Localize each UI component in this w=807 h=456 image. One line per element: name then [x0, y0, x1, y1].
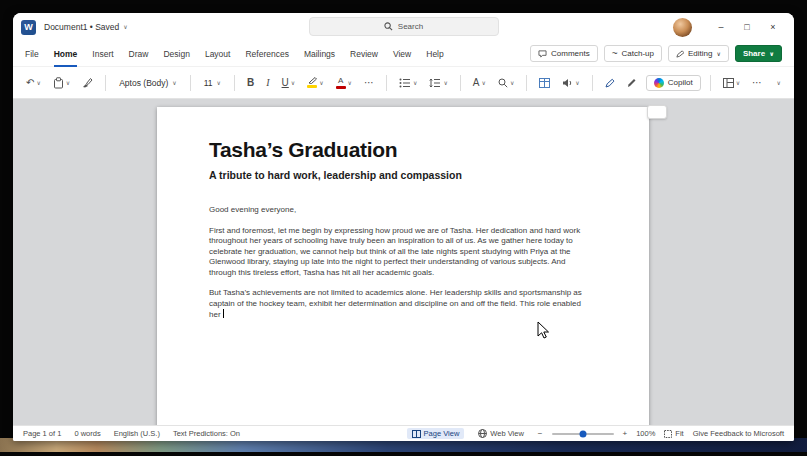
chevron-down-icon: ∨ — [413, 80, 417, 86]
undo-button[interactable]: ↶ ∨ — [23, 76, 44, 90]
zoom-slider-thumb[interactable] — [579, 430, 586, 437]
comment-icon — [538, 50, 547, 58]
line-spacing-button[interactable]: ∨ — [426, 76, 450, 90]
chevron-down-icon: ∨ — [443, 80, 447, 86]
document-heading: Tasha’s Graduation — [209, 138, 593, 162]
ribbon-collapse-button[interactable]: ∨ — [774, 78, 784, 88]
document-title-menu[interactable]: Document1 • Saved ∨ — [44, 22, 128, 32]
page-content: Tasha’s Graduation A tribute to hard wor… — [157, 107, 649, 321]
divider — [526, 75, 527, 91]
italic-button[interactable]: I — [263, 76, 272, 90]
web-view-icon — [478, 429, 487, 438]
search-input[interactable]: Search — [309, 17, 499, 36]
fit-icon — [664, 430, 672, 438]
ribbon-overflow-button[interactable]: ⋯ — [749, 76, 765, 90]
menu-mailings[interactable]: Mailings — [304, 41, 335, 67]
underline-button[interactable]: U ∨ — [279, 76, 299, 90]
avatar[interactable] — [673, 18, 692, 37]
paragraph: Good evening everyone, — [209, 205, 593, 216]
menu-right-actions: Comments ~ Catch-up Editing ∨ Share ∨ — [530, 45, 782, 62]
highlight-button[interactable]: ∨ — [304, 75, 326, 90]
share-button[interactable]: Share ∨ — [735, 45, 782, 62]
language-indicator[interactable]: English (U.S.) — [114, 429, 160, 438]
fit-button[interactable]: Fit — [664, 429, 683, 438]
format-painter-button[interactable] — [79, 75, 96, 90]
editor-button[interactable] — [602, 76, 618, 90]
menu-file[interactable]: File — [25, 41, 39, 67]
menu-view[interactable]: View — [393, 41, 411, 67]
chevron-down-icon: ∨ — [217, 80, 221, 86]
pen-icon — [627, 78, 637, 88]
editing-mode-button[interactable]: Editing ∨ — [668, 45, 729, 62]
find-button[interactable]: ∨ — [495, 76, 517, 90]
font-color-icon: A — [336, 77, 346, 89]
comments-button[interactable]: Comments — [530, 45, 598, 62]
menu-references[interactable]: References — [245, 41, 288, 67]
word-app-icon[interactable]: W — [21, 20, 36, 35]
bullet-list-button[interactable]: ∨ — [396, 76, 420, 90]
ink-pen-button[interactable] — [624, 76, 640, 90]
document-page[interactable]: Tasha’s Graduation A tribute to hard wor… — [157, 107, 649, 425]
divider — [710, 75, 711, 91]
read-aloud-button[interactable]: ∨ — [559, 76, 582, 90]
font-size-select[interactable]: 11 ∨ — [200, 76, 225, 90]
chevron-down-icon: ∨ — [172, 80, 176, 86]
page-view-button[interactable]: Page View — [407, 428, 465, 439]
document-subheading: A tribute to hard work, leadership and c… — [209, 169, 593, 181]
titlebar-right: – □ × — [673, 13, 786, 41]
menu-help[interactable]: Help — [426, 41, 443, 67]
menu-review[interactable]: Review — [350, 41, 378, 67]
menu-bar: File Home Insert Draw Design Layout Refe… — [13, 41, 794, 67]
text-predictions-toggle[interactable]: Text Predictions: On — [173, 429, 240, 438]
more-font-options-button[interactable]: ⋯ — [361, 76, 377, 90]
feedback-link[interactable]: Give Feedback to Microsoft — [693, 429, 784, 438]
font-color-button[interactable]: A ∨ — [333, 75, 355, 91]
menu-home[interactable]: Home — [54, 41, 78, 67]
menu-draw[interactable]: Draw — [129, 41, 149, 67]
page-view-icon — [412, 430, 421, 438]
web-view-button[interactable]: Web View — [473, 428, 529, 439]
paragraph: First and foremost, let me begin by expr… — [209, 226, 593, 279]
more-icon: ⋯ — [364, 78, 374, 88]
status-bar: Page 1 of 1 0 words English (U.S.) Text … — [13, 425, 794, 441]
styles-icon: A — [473, 78, 480, 88]
paragraph: But Tasha’s achievements are not limited… — [209, 288, 593, 321]
title-bar: W Document1 • Saved ∨ Search – □ × — [13, 13, 794, 41]
menu-layout[interactable]: Layout — [205, 41, 231, 67]
styles-button[interactable]: A ∨ — [470, 76, 489, 90]
chevron-down-icon: ∨ — [510, 80, 514, 86]
maximize-button[interactable]: □ — [734, 13, 760, 41]
page-count[interactable]: Page 1 of 1 — [23, 429, 61, 438]
document-canvas: Tasha’s Graduation A tribute to hard wor… — [13, 99, 794, 425]
zoom-slider[interactable] — [552, 433, 614, 435]
divider — [386, 75, 387, 91]
menu-design[interactable]: Design — [163, 41, 189, 67]
paste-button[interactable]: ∨ — [50, 75, 73, 91]
copilot-button[interactable]: Copilot — [646, 75, 701, 91]
bold-button[interactable]: B — [244, 76, 257, 90]
font-name-select[interactable]: Aptos (Body) ∨ — [115, 76, 181, 90]
catch-up-button[interactable]: ~ Catch-up — [604, 45, 662, 62]
view-options-button[interactable]: ∨ — [720, 76, 743, 90]
zoom-out-button[interactable]: − — [538, 430, 543, 438]
chevron-down-icon: ∨ — [319, 80, 323, 86]
word-count[interactable]: 0 words — [74, 429, 100, 438]
chevron-down-icon: ∨ — [66, 80, 70, 86]
zoom-level[interactable]: 100% — [636, 429, 655, 438]
zoom-in-button[interactable]: + — [623, 430, 628, 438]
minimize-button[interactable]: – — [708, 13, 734, 41]
close-button[interactable]: × — [760, 13, 786, 41]
more-icon: ⋯ — [752, 78, 762, 88]
chevron-down-icon: ∨ — [716, 51, 720, 57]
text-cursor — [223, 309, 224, 318]
chevron-down-icon: ∨ — [348, 80, 352, 86]
menu-insert[interactable]: Insert — [92, 41, 113, 67]
document-title: Document1 • Saved — [44, 22, 119, 32]
chevron-down-icon: ∨ — [123, 24, 127, 30]
editor-pencil-icon — [605, 78, 615, 88]
comment-anchor-button[interactable] — [647, 105, 667, 119]
status-right: Page View Web View − + 100% — [407, 428, 784, 439]
highlighter-icon — [307, 77, 317, 88]
search-icon — [384, 22, 393, 31]
table-button[interactable] — [536, 76, 553, 90]
